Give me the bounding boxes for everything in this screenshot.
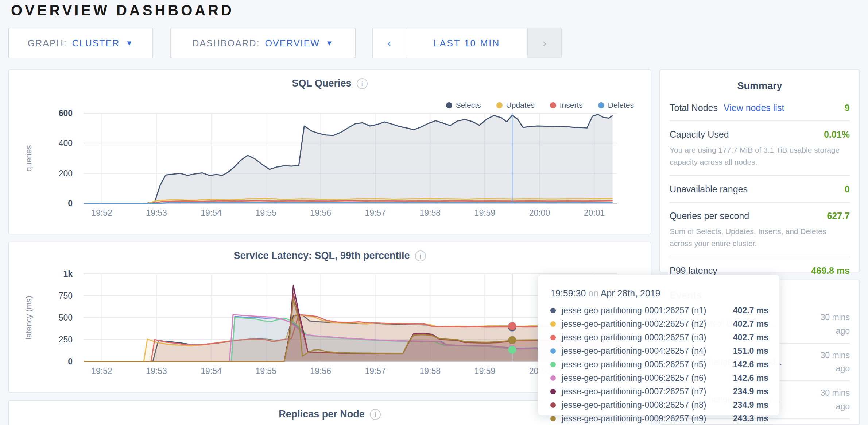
tooltip-series-row: jesse-geo-partitioning-0001:26257 (n1)40…: [550, 304, 768, 317]
x-tick-label: 19:52: [91, 208, 112, 218]
x-tick-label: 19:56: [310, 208, 331, 218]
overview-dashboard-page: OVERVIEW DASHBOARD GRAPH: CLUSTER ▼ DASH…: [0, 0, 868, 425]
x-tick-label: 19:52: [91, 366, 112, 376]
series-color-dot: [550, 402, 556, 408]
summary-row-value: 9: [845, 103, 850, 113]
tooltip-series-row: jesse-geo-partitioning-0005:26257 (n5)14…: [550, 358, 768, 371]
x-tick-label: 19:59: [474, 208, 496, 218]
summary-row: Queries per second627.7Sum of Selects, U…: [670, 203, 850, 257]
x-tick-label: 19:54: [201, 208, 222, 218]
series-color-dot: [550, 362, 556, 367]
dashboard-dropdown-value: OVERVIEW: [265, 38, 320, 49]
summary-row-value: 627.7: [827, 211, 850, 221]
graph-dropdown-value: CLUSTER: [72, 38, 120, 49]
tooltip-node-name: jesse-geo-partitioning-0003:26257 (n3): [562, 333, 733, 342]
summary-row-label: Unavailable ranges: [670, 184, 748, 195]
x-tick-label: 19:57: [365, 208, 386, 218]
chevron-right-icon: ›: [543, 37, 546, 49]
series-color-dot: [550, 348, 556, 354]
y-tick-label: 0: [68, 357, 73, 366]
tooltip-node-value: 142.6 ms: [733, 360, 768, 370]
tooltip-series-row: jesse-geo-partitioning-0003:26257 (n3)40…: [550, 331, 768, 344]
chevron-down-icon: ▼: [326, 39, 334, 47]
chevron-left-icon: ‹: [387, 37, 391, 49]
summary-row-caption: You are using 177.7 MiB of 3.1 TiB usabl…: [670, 144, 850, 168]
y-tick-label: 1k: [63, 269, 73, 279]
y-tick-label: 600: [59, 108, 73, 118]
tooltip-node-value: 151.0 ms: [733, 346, 768, 356]
summary-row-label: Capacity Used: [670, 129, 729, 140]
event-time: 30 minsago: [792, 311, 850, 338]
tooltip-node-value: 402.7 ms: [733, 333, 768, 342]
tooltip-series-row: jesse-geo-partitioning-0007:26257 (n7)23…: [550, 385, 768, 398]
tooltip-node-value: 402.7 ms: [733, 306, 768, 315]
chart-hover-tooltip: 19:59:30 on Apr 28th, 2019 jesse-geo-par…: [538, 275, 780, 416]
summary-row: Unavailable ranges0: [670, 176, 850, 203]
x-tick-label: 19:55: [255, 366, 276, 376]
graph-dropdown[interactable]: GRAPH: CLUSTER ▼: [8, 28, 153, 58]
series-color-dot: [550, 335, 556, 340]
summary-row-label: Queries per second: [670, 211, 749, 221]
x-tick-label: 20:00: [529, 208, 550, 218]
x-tick-label: 19:53: [146, 208, 167, 218]
time-window-selector: ‹ LAST 10 MIN ›: [372, 28, 562, 58]
tooltip-node-name: jesse-geo-partitioning-0007:26257 (n7): [562, 387, 733, 397]
dashboard-dropdown[interactable]: DASHBOARD: OVERVIEW ▼: [170, 28, 356, 58]
dashboard-dropdown-label: DASHBOARD:: [192, 38, 260, 49]
graph-dropdown-label: GRAPH:: [28, 38, 67, 49]
tooltip-node-value: 142.6 ms: [733, 373, 768, 383]
tooltip-node-value: 234.9 ms: [733, 400, 768, 410]
tooltip-node-name: jesse-geo-partitioning-0008:26257 (n8): [562, 400, 733, 410]
series-color-dot: [550, 321, 556, 327]
summary-row-value: 0.01%: [824, 129, 850, 140]
tooltip-node-name: jesse-geo-partitioning-0009:26257 (n9): [562, 414, 733, 424]
time-prev-button[interactable]: ‹: [373, 28, 406, 58]
x-tick-label: 19:58: [420, 208, 441, 218]
x-tick-label: 19:56: [310, 366, 331, 376]
summary-row: Total NodesView nodes list9: [670, 95, 850, 121]
x-tick-label: 19:57: [365, 366, 386, 376]
summary-row: Capacity Used0.01%You are using 177.7 Mi…: [670, 121, 850, 176]
tooltip-node-value: 243.3 ms: [733, 414, 768, 424]
tooltip-node-value: 234.9 ms: [733, 387, 768, 397]
chevron-down-icon: ▼: [125, 39, 133, 47]
tooltip-series-row: jesse-geo-partitioning-0009:26257 (n9)24…: [550, 412, 768, 425]
page-title: OVERVIEW DASHBOARD: [11, 2, 234, 19]
summary-row-label: Total Nodes: [670, 103, 718, 113]
tooltip-node-name: jesse-geo-partitioning-0004:26257 (n4): [562, 346, 733, 356]
summary-panel: Summary Total NodesView nodes list9Capac…: [659, 69, 860, 272]
tooltip-timestamp: 19:59:30 on Apr 28th, 2019: [550, 288, 768, 299]
sql-queries-chart[interactable]: 19:5219:5319:5419:5519:5619:5719:5819:59…: [9, 70, 651, 234]
summary-row-value: 469.8 ms: [811, 265, 850, 276]
hover-dot: [508, 346, 516, 354]
time-window-label[interactable]: LAST 10 MIN: [406, 28, 527, 58]
series-color-dot: [550, 375, 556, 381]
sql-queries-panel: SQL Queriesi SelectsUpdatesInsertsDelete…: [8, 69, 651, 234]
y-tick-label: 400: [59, 138, 73, 148]
summary-row-value: 0: [845, 184, 850, 195]
y-axis-label: queries: [24, 145, 33, 171]
x-tick-label: 19:54: [201, 366, 222, 376]
view-nodes-list-link[interactable]: View nodes list: [724, 103, 784, 113]
x-tick-label: 19:58: [420, 366, 441, 376]
x-tick-label: 19:53: [146, 366, 167, 376]
tooltip-node-name: jesse-geo-partitioning-0002:26257 (n2): [562, 319, 733, 329]
series-color-dot: [550, 416, 556, 421]
y-axis-label: latency (ms): [24, 296, 33, 340]
time-next-button-disabled[interactable]: ›: [527, 28, 561, 58]
info-icon[interactable]: i: [370, 409, 381, 420]
tooltip-series-row: jesse-geo-partitioning-0002:26257 (n2)40…: [550, 317, 768, 331]
tooltip-node-name: jesse-geo-partitioning-0001:26257 (n1): [562, 306, 733, 315]
event-time: 30 minsago: [792, 386, 850, 413]
y-tick-label: 250: [59, 335, 73, 344]
x-tick-label: 19:59: [474, 366, 496, 376]
x-tick-label: 19:55: [255, 208, 276, 218]
y-tick-label: 750: [59, 291, 73, 300]
series-color-dot: [550, 389, 556, 394]
summary-row-caption: Sum of Selects, Updates, Inserts, and De…: [670, 226, 850, 249]
event-time: 30 minsago: [792, 349, 850, 376]
tooltip-node-value: 402.7 ms: [733, 319, 768, 329]
y-tick-label: 0: [68, 199, 73, 208]
tooltip-node-name: jesse-geo-partitioning-0005:26257 (n5): [562, 360, 733, 370]
tooltip-series-row: jesse-geo-partitioning-0006:26257 (n6)14…: [550, 371, 768, 385]
